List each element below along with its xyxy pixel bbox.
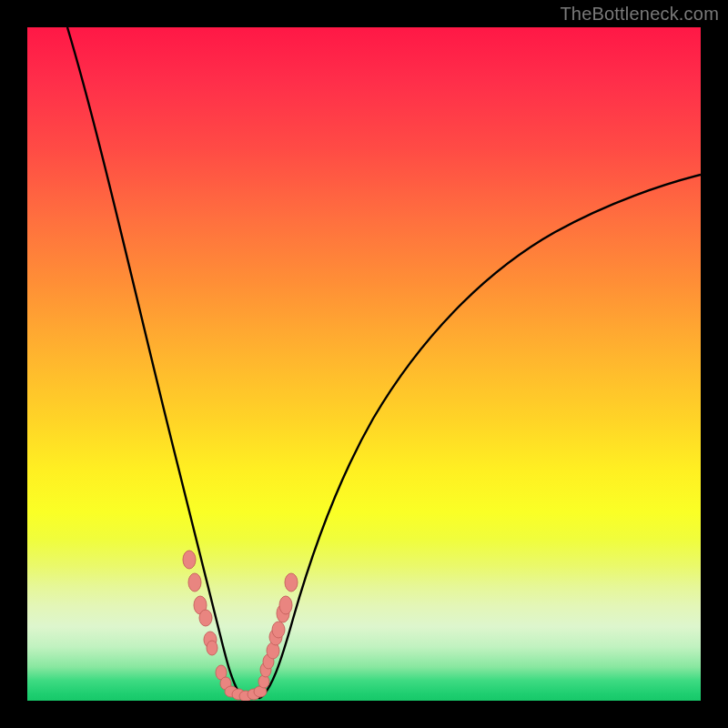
plot-area xyxy=(27,27,701,701)
marker-dot xyxy=(183,551,196,569)
marker-dot xyxy=(279,596,292,614)
chart-overlay xyxy=(27,27,701,701)
marker-dot xyxy=(207,641,217,655)
watermark-label: TheBottleneck.com xyxy=(560,4,719,25)
curve-left xyxy=(67,27,238,692)
chart-frame: TheBottleneck.com xyxy=(0,0,728,728)
marker-dot xyxy=(272,622,285,638)
marker-dot xyxy=(285,573,298,592)
marker-dot xyxy=(188,573,201,592)
marker-cluster xyxy=(183,551,298,701)
curve-right xyxy=(260,175,701,698)
marker-dot xyxy=(199,610,212,626)
